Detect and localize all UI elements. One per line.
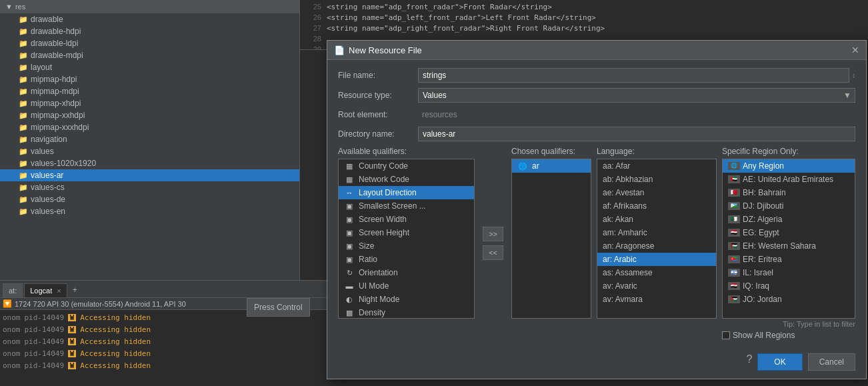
qualifier-item[interactable]: ▣Screen Height xyxy=(339,226,474,239)
qualifier-item[interactable]: ▣Smallest Screen ... xyxy=(339,199,474,213)
language-item[interactable]: am: Amharic xyxy=(597,226,716,239)
tree-item[interactable]: 📁mipmap-xxxhdpi xyxy=(0,121,299,133)
filter-icon: 🔽 xyxy=(3,299,12,308)
dialog-close-button[interactable]: ✕ xyxy=(851,45,859,55)
folder-icon: 📁 xyxy=(19,87,28,96)
dialog-title: 📄 New Resource File xyxy=(334,45,422,55)
tree-item[interactable]: 📁drawable-mdpi xyxy=(0,49,299,61)
qualifier-item[interactable]: ↔Layout Direction xyxy=(339,186,474,199)
show-all-regions-row: Show All Regions xyxy=(722,331,855,340)
show-all-regions-label: Show All Regions xyxy=(733,331,795,340)
bottom-panel: at: Logcat × + 🔽 1724 720 API 30 (emulat… xyxy=(0,280,327,386)
region-item[interactable]: 🇪🇷ER: Eritrea xyxy=(723,253,855,266)
file-name-input[interactable] xyxy=(418,68,849,83)
region-item[interactable]: 🇪🇭EH: Western Sahara xyxy=(723,239,855,253)
region-item[interactable]: 🇮🇶IQ: Iraq xyxy=(723,279,855,293)
flag-icon: 🇮🇶 xyxy=(728,282,740,290)
language-item[interactable]: ar: Arabic xyxy=(597,253,716,266)
language-item[interactable]: an: Aragonese xyxy=(597,239,716,253)
file-tree-items: 📁drawable📁drawable-hdpi📁drawable-ldpi📁dr… xyxy=(0,13,299,217)
tree-item[interactable]: 📁values-ar xyxy=(0,169,299,181)
root-element-label: Root element: xyxy=(338,110,418,119)
tree-item[interactable]: 📁layout xyxy=(0,61,299,73)
press-control-button[interactable]: Press Control xyxy=(247,298,310,317)
ok-button[interactable]: OK xyxy=(757,353,802,371)
chosen-qualifiers-list[interactable]: 🌐ar xyxy=(511,159,591,319)
show-all-regions-checkbox[interactable] xyxy=(722,331,730,339)
flag-icon: 🇩🇿 xyxy=(728,215,740,223)
tab-logcat[interactable]: Logcat × xyxy=(24,283,67,297)
folder-icon: 📁 xyxy=(19,135,28,144)
root-element-row: Root element: resources xyxy=(338,108,855,121)
qualifier-item[interactable]: ↻Orientation xyxy=(339,266,474,279)
folder-icon: 📁 xyxy=(19,63,28,72)
language-item[interactable]: as: Assamese xyxy=(597,266,716,279)
qualifier-item[interactable]: ▩Density xyxy=(339,306,474,319)
directory-name-input[interactable] xyxy=(418,127,855,141)
region-item[interactable]: 🇯🇴JO: Jordan xyxy=(723,293,855,306)
tree-item[interactable]: 📁values-cs xyxy=(0,181,299,193)
remove-qualifier-button[interactable]: << xyxy=(483,245,503,260)
tree-item[interactable]: 📁navigation xyxy=(0,133,299,145)
region-list[interactable]: 🌐Any Region🇦🇪AE: United Arab Emirates🇧🇭B… xyxy=(722,159,855,319)
cancel-button[interactable]: Cancel xyxy=(808,353,855,371)
close-tab-icon[interactable]: × xyxy=(57,287,61,295)
region-item[interactable]: 🇩🇯DJ: Djibouti xyxy=(723,199,855,213)
language-item[interactable]: af: Afrikaans xyxy=(597,199,716,213)
tree-item[interactable]: 📁drawable-hdpi xyxy=(0,25,299,37)
qualifier-icon: ▣ xyxy=(344,202,355,211)
region-label: Specific Region Only: xyxy=(722,147,855,156)
region-item[interactable]: 🇪🇬EG: Egypt xyxy=(723,226,855,239)
qualifier-item[interactable]: ▣Screen Width xyxy=(339,213,474,226)
tree-item[interactable]: 📁mipmap-xhdpi xyxy=(0,97,299,109)
qualifier-item[interactable]: ▣Size xyxy=(339,239,474,253)
press-control-label: Press Control xyxy=(254,303,303,312)
code-line: 25<string name="adp_front_radar">Front R… xyxy=(300,1,633,12)
dialog-title-icon: 📄 xyxy=(334,45,345,55)
region-item[interactable]: 🌐Any Region xyxy=(723,159,855,173)
tree-item[interactable]: 📁drawable-ldpi xyxy=(0,37,299,49)
help-icon[interactable]: ? xyxy=(746,353,752,371)
region-item[interactable]: 🇩🇿DZ: Algeria xyxy=(723,213,855,226)
res-folder-label: res xyxy=(15,3,25,11)
tree-item[interactable]: 📁drawable xyxy=(0,13,299,25)
chosen-qualifiers-panel: Chosen qualifiers: 🌐ar xyxy=(511,147,591,340)
folder-icon: 📁 xyxy=(19,147,28,156)
language-item[interactable]: ab: Abkhazian xyxy=(597,173,716,186)
dialog-body: File name: ↕ Resource type: Values ▼ Roo… xyxy=(327,60,866,348)
qualifier-item[interactable]: ▬UI Mode xyxy=(339,279,474,293)
add-qualifier-button[interactable]: >> xyxy=(483,227,503,241)
language-item[interactable]: av: Avaric xyxy=(597,279,716,293)
region-item[interactable]: 🇧🇭BH: Bahrain xyxy=(723,186,855,199)
qualifier-item[interactable]: ◐Night Mode xyxy=(339,293,474,306)
flag-icon: 🌐 xyxy=(728,162,740,170)
region-item[interactable]: 🇮🇱IL: Israel xyxy=(723,266,855,279)
language-item[interactable]: ak: Akan xyxy=(597,213,716,226)
tree-item[interactable]: 📁values xyxy=(0,145,299,157)
tree-item[interactable]: 📁values-en xyxy=(0,205,299,217)
qualifier-icon: ▩ xyxy=(344,309,355,317)
tree-item[interactable]: 📁mipmap-mdpi xyxy=(0,85,299,97)
chosen-qualifier-item[interactable]: 🌐ar xyxy=(512,159,591,173)
tree-item[interactable]: 📁values-1020x1920 xyxy=(0,157,299,169)
language-item[interactable]: ae: Avestan xyxy=(597,186,716,199)
tree-item[interactable]: 📁values-de xyxy=(0,193,299,205)
qualifier-item[interactable]: ▦Network Code xyxy=(339,173,474,186)
tree-item[interactable]: 📁mipmap-xxhdpi xyxy=(0,109,299,121)
language-list[interactable]: aa: Afarab: Abkhazianae: Avestanaf: Afri… xyxy=(597,159,717,319)
folder-icon: 📁 xyxy=(19,207,28,216)
resource-type-select[interactable]: Values xyxy=(418,88,855,103)
flag-icon: 🇪🇷 xyxy=(728,255,740,263)
folder-icon: 📁 xyxy=(19,171,28,180)
tree-item[interactable]: 📁mipmap-hdpi xyxy=(0,73,299,85)
qualifier-icon: ↔ xyxy=(344,189,355,197)
qualifier-item[interactable]: ▦Country Code xyxy=(339,159,474,173)
language-item[interactable]: av: Avmara xyxy=(597,293,716,306)
region-item[interactable]: 🇦🇪AE: United Arab Emirates xyxy=(723,173,855,186)
folder-icon: 📁 xyxy=(19,51,28,60)
add-tab-button[interactable]: + xyxy=(69,283,81,297)
tab-at[interactable]: at: xyxy=(3,283,23,297)
available-qualifiers-list[interactable]: ▦Country Code▦Network Code↔Layout Direct… xyxy=(338,159,475,319)
language-item[interactable]: aa: Afar xyxy=(597,159,716,173)
qualifier-item[interactable]: ▣Ratio xyxy=(339,253,474,266)
